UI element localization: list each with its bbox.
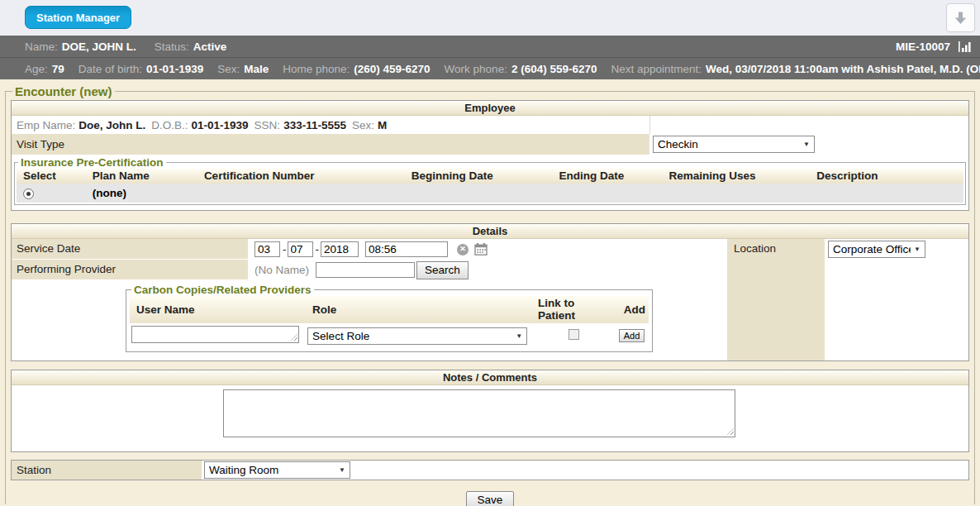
carbon-copies-row: Select Role ▼ Add [130, 323, 649, 346]
add-provider-button[interactable]: Add [619, 329, 645, 342]
precert-description [810, 184, 963, 203]
service-time-input[interactable] [365, 241, 448, 257]
download-icon [953, 10, 968, 26]
status-value: Active [193, 41, 227, 53]
precert-col-description: Description [810, 169, 963, 184]
precert-legend: Insurance Pre-Certification [18, 156, 166, 169]
visit-type-select[interactable]: Checkin ▼ [653, 136, 815, 153]
demo-sex: Sex: Male [217, 63, 269, 75]
precert-cert-number [197, 184, 405, 203]
demo-age: Age: 79 [25, 63, 64, 75]
location-select[interactable]: Corporate Office ▼ [828, 241, 925, 258]
cc-col-user-name: User Name [130, 296, 306, 323]
precert-end-date [553, 184, 663, 203]
performing-provider-label: Performing Provider [12, 260, 248, 280]
cc-col-role: Role [306, 296, 531, 323]
precert-col-end-date: Ending Date [553, 169, 663, 184]
demo-home-phone: Home phone: (260) 459-6270 [283, 63, 430, 75]
date-separator: - [283, 243, 287, 255]
precert-col-remaining: Remaining Uses [663, 169, 811, 184]
station-label: Station [12, 461, 202, 480]
details-header: Details [12, 224, 968, 239]
precert-col-cert-number: Certification Number [197, 169, 405, 184]
service-date-label: Service Date [12, 239, 248, 260]
service-date-row: Service Date - - ✕ [12, 239, 727, 260]
employee-info: Emp Name:Doe, John L.D.O.B.:01-01-1939SS… [12, 119, 649, 131]
demo-next-appointment: Next appointment: Wed, 03/07/2018 11:00a… [611, 63, 980, 75]
record-id: MIE-10007 [896, 41, 950, 53]
visit-type-label: Visit Type [12, 134, 649, 155]
provider-search-button[interactable]: Search [416, 261, 469, 279]
precert-remaining-uses [663, 184, 811, 203]
employee-section: Employee Emp Name:Doe, John L.D.O.B.:01-… [11, 100, 969, 211]
notes-section: Notes / Comments [11, 370, 969, 452]
date-separator: - [316, 243, 320, 255]
performing-provider-current: (No Name) [255, 264, 309, 276]
employee-info-spacer [649, 116, 968, 134]
precert-row: (none) [17, 184, 963, 203]
clear-date-icon[interactable]: ✕ [457, 244, 469, 255]
station-section: Station Waiting Room ▼ [11, 460, 969, 480]
location-label: Location [727, 239, 825, 360]
encounter-fieldset: Encounter (new) Employee Emp Name:Doe, J… [5, 84, 975, 504]
demo-dob: Date of birth: 01-01-1939 [78, 63, 203, 75]
precert-col-select: Select [17, 169, 86, 184]
save-button[interactable]: Save [466, 491, 515, 506]
cc-col-add: Add [617, 296, 649, 323]
role-select[interactable]: Select Role ▼ [307, 327, 527, 345]
notes-textarea[interactable] [223, 389, 735, 437]
chevron-down-icon: ▼ [803, 141, 810, 148]
performing-provider-row: Performing Provider (No Name) Search [12, 260, 727, 280]
demographics-bar: Age: 79 Date of birth: 01-01-1939 Sex: M… [0, 57, 980, 79]
chevron-down-icon: ▼ [339, 466, 345, 474]
bar-chart-icon[interactable] [958, 41, 972, 53]
station-manager-button[interactable]: Station Manager [25, 6, 131, 29]
carbon-copies-fieldset: Carbon Copies/Related Providers User Nam… [126, 284, 653, 352]
visit-type-row: Visit Type Checkin ▼ [12, 134, 968, 155]
patient-name: DOE, JOHN L. [62, 41, 136, 53]
service-date-month-input[interactable] [255, 241, 280, 257]
encounter-legend: Encounter (new) [12, 84, 115, 98]
precert-begin-date [405, 184, 553, 203]
precert-col-begin-date: Beginning Date [405, 169, 553, 184]
precert-col-plan-name: Plan Name [86, 169, 197, 184]
employee-info-row: Emp Name:Doe, John L.D.O.B.:01-01-1939SS… [12, 116, 968, 134]
carbon-copies-table: User Name Role Link to Patient Add [130, 296, 649, 346]
top-app-bar: Station Manager [0, 0, 980, 36]
station-select[interactable]: Waiting Room ▼ [204, 461, 350, 479]
patient-bar: Name: DOE, JOHN L. Status: Active MIE-10… [0, 36, 980, 57]
precert-plan-name: (none) [86, 184, 197, 203]
precert-select-radio[interactable] [23, 189, 34, 199]
chevron-down-icon: ▼ [914, 246, 921, 253]
notes-header: Notes / Comments [12, 370, 968, 385]
user-name-input[interactable] [131, 326, 299, 343]
service-date-year-input[interactable] [321, 241, 359, 257]
details-section: Details Service Date - - ✕ [11, 223, 969, 361]
service-date-day-input[interactable] [288, 241, 313, 257]
cc-col-link-to-patient: Link to Patient [531, 296, 617, 323]
calendar-icon[interactable] [474, 243, 488, 255]
provider-search-input[interactable] [316, 262, 415, 278]
precert-fieldset: Insurance Pre-Certification Select Plan … [14, 156, 966, 205]
page-content: Encounter (new) Employee Emp Name:Doe, J… [0, 79, 980, 506]
demo-work-phone: Work phone: 2 (604) 559-6270 [445, 63, 597, 75]
carbon-copies-legend: Carbon Copies/Related Providers [131, 284, 314, 296]
employee-header: Employee [12, 101, 968, 116]
download-button[interactable] [946, 3, 975, 32]
status-label: Status: [155, 41, 189, 53]
link-to-patient-checkbox[interactable] [568, 329, 579, 340]
chevron-down-icon: ▼ [516, 332, 522, 340]
name-label: Name: [25, 41, 58, 53]
precert-table: Select Plan Name Certification Number Be… [17, 169, 963, 203]
